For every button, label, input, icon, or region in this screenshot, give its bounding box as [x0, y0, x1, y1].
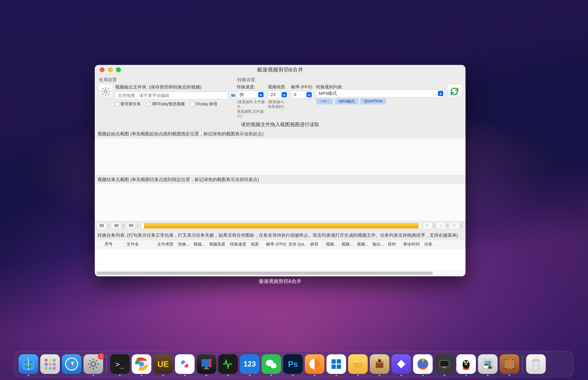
dock-safari[interactable] [62, 354, 81, 374]
col-mute[interactable]: 静音 [309, 240, 324, 248]
end-preview-area[interactable] [95, 184, 466, 221]
scrollbar-thumb[interactable] [96, 272, 433, 275]
rule-tag[interactable]: QuickTime [360, 98, 386, 104]
col-quality[interactable]: 画质 [249, 240, 265, 248]
dock-screenshot[interactable] [435, 354, 454, 374]
dock-wechat[interactable] [261, 354, 281, 374]
badge: 3 [98, 353, 104, 360]
window-content: 全局设置 视频输出文件夹: (保存剪切和转换后的视频) [95, 75, 466, 276]
dock-qq[interactable] [456, 354, 476, 374]
dock-settings[interactable]: 3 [83, 354, 103, 374]
dock-terminal[interactable]: >_ [110, 354, 130, 374]
dock-baidu[interactable] [175, 354, 195, 374]
refresh-button[interactable] [447, 84, 462, 99]
dock-activity[interactable] [218, 354, 238, 374]
col-elapsed[interactable]: 耗时 [386, 240, 402, 248]
svg-rect-22 [337, 359, 341, 364]
start-preview-area[interactable] [95, 138, 466, 175]
rules-select[interactable]: MP4格式 [316, 90, 445, 97]
window-title: 极速视频剪切&合并 [95, 66, 466, 73]
col-filetype[interactable]: 文件类型 [156, 240, 176, 248]
svg-rect-48 [505, 367, 507, 368]
col-video2[interactable]: 视频... [324, 240, 340, 248]
close-button[interactable] [100, 67, 104, 72]
dock-firefox[interactable] [413, 354, 433, 374]
titlebar[interactable]: 极速视频剪切&合并 [95, 65, 466, 75]
maximize-button[interactable] [116, 67, 121, 72]
end-hour-stepper[interactable]: ▲▼ [423, 223, 436, 229]
start-sec-stepper[interactable]: ▲▼ [127, 223, 140, 229]
folder-icon [352, 358, 364, 370]
svg-rect-21 [332, 359, 336, 364]
pause-new-task-checkbox[interactable]: 暂停新任务 [115, 101, 141, 107]
dock-ultraedit[interactable]: UE [153, 354, 173, 374]
screen-icon [438, 358, 451, 370]
minimize-button[interactable] [108, 67, 113, 72]
dock-winrar[interactable] [370, 354, 389, 374]
svg-point-37 [465, 363, 468, 365]
quality-select[interactable]: 23 [268, 91, 288, 98]
svg-point-36 [467, 361, 468, 363]
settings-row: 全局设置 视频输出文件夹: (保存剪切和转换后的视频) [95, 75, 466, 119]
dock-video-app[interactable] [500, 354, 519, 374]
start-min-stepper[interactable]: ▲▼ [112, 223, 125, 229]
col-video1[interactable]: 视频... [192, 240, 207, 248]
browse-folder-button[interactable] [230, 92, 237, 99]
col-task[interactable]: 任务. [423, 240, 466, 248]
dock-trash[interactable] [526, 354, 546, 374]
rule-tag[interactable]: MP4格式 [335, 98, 358, 104]
chevron-updown-icon [438, 91, 443, 96]
col-convert[interactable]: 转换... [176, 240, 192, 248]
speed-hint: (速度越快,文件越大. 速度越慢,文件越小) [237, 100, 265, 119]
start-hour-stepper[interactable]: ▲▼ [97, 223, 110, 229]
output-folder-input[interactable] [115, 92, 228, 99]
col-output[interactable]: 输出... [371, 240, 386, 248]
end-min-stepper[interactable]: ▲▼ [436, 223, 450, 229]
col-fps[interactable]: 帧率 (FPS) [265, 240, 287, 248]
ffplay-preview-checkbox[interactable]: 用FFplay预览视频 [147, 101, 185, 107]
dock-chrome[interactable] [132, 354, 151, 374]
svg-rect-41 [488, 366, 492, 369]
photoshop-icon: Ps [288, 360, 298, 369]
dock-123[interactable]: 123 [240, 354, 259, 374]
settings-gear-button[interactable] [98, 84, 113, 99]
dock-windows[interactable] [327, 354, 346, 374]
col-index[interactable]: 序号 [103, 240, 125, 248]
svg-point-13 [183, 363, 186, 366]
dock-photoshop[interactable]: Ps [283, 354, 303, 374]
dock-launchpad[interactable] [40, 354, 60, 374]
col-video3[interactable]: 视频... [340, 240, 355, 248]
fps-select[interactable]: 0 [291, 91, 313, 98]
dock-finder[interactable] [19, 354, 38, 374]
col-height[interactable]: 视频高度 [207, 240, 228, 248]
speed-select[interactable]: 快 [237, 91, 265, 98]
dock-app-purple[interactable] [392, 354, 411, 374]
dock-app-orange[interactable] [305, 354, 324, 374]
timeline-slider[interactable] [141, 223, 421, 228]
svg-point-6 [91, 362, 95, 366]
svg-rect-15 [205, 367, 208, 368]
output-folder-label: 视频输出文件夹: (保存剪切和转换后的视频) [115, 84, 237, 90]
svg-rect-16 [204, 368, 209, 369]
dock-parallels[interactable] [196, 354, 216, 374]
tasks-table-body[interactable] [95, 248, 466, 270]
terminal-icon: >_ [115, 360, 124, 368]
dock-explorer[interactable] [348, 354, 368, 374]
app-window: 极速视频剪切&合并 全局设置 视频输出文件夹: (保存剪切和转换后的视频) [95, 65, 466, 276]
global-settings-group: 全局设置 视频输出文件夹: (保存剪切和转换后的视频) [98, 76, 237, 119]
horizontal-scrollbar[interactable] [95, 270, 466, 276]
ffplay-mute-checkbox[interactable]: FFplay 静音 [191, 101, 218, 107]
col-blank[interactable] [95, 240, 103, 248]
svg-rect-31 [443, 367, 446, 368]
col-speed[interactable]: 转换速度 [228, 240, 249, 248]
col-quicktime[interactable]: 支持 Qui... [287, 240, 309, 248]
rule-tag[interactable]: ---x--- [316, 98, 333, 104]
clapperboard-icon [503, 358, 515, 370]
svg-rect-47 [505, 365, 507, 366]
dock-preview[interactable] [478, 354, 498, 374]
col-video4[interactable]: 视频... [355, 240, 371, 248]
col-remaining[interactable]: 剩余时间 [402, 240, 423, 248]
end-sec-stepper[interactable]: ▲▼ [450, 223, 463, 229]
svg-rect-46 [505, 363, 507, 364]
col-filename[interactable]: 文件名 [125, 240, 156, 248]
